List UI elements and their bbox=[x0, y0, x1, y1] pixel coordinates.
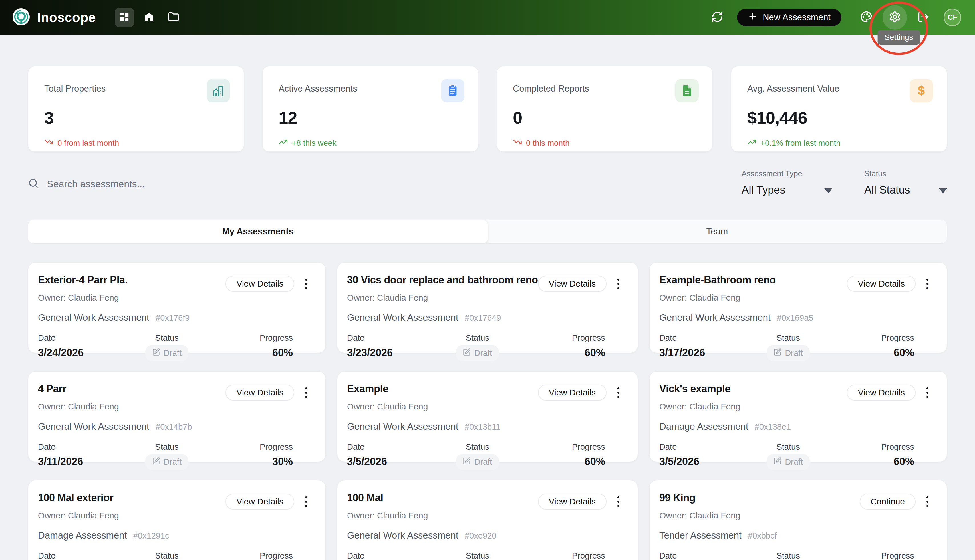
stat-card: Total Properties 3 0 from last month bbox=[28, 66, 244, 152]
more-options-button[interactable] bbox=[925, 495, 930, 509]
refresh-icon bbox=[711, 11, 723, 24]
user-avatar[interactable]: CF bbox=[943, 8, 961, 26]
view-details-button[interactable]: View Details bbox=[538, 276, 607, 292]
date-label: Date bbox=[347, 442, 436, 452]
assessment-id: #0x14b7b bbox=[156, 422, 192, 432]
assessment-id: #0xe920 bbox=[465, 531, 496, 541]
refresh-button[interactable] bbox=[705, 5, 729, 30]
view-details-button[interactable]: View Details bbox=[538, 385, 607, 401]
assessment-type: Damage Assessment bbox=[659, 421, 748, 432]
new-assessment-button[interactable]: New Assessment bbox=[737, 9, 841, 26]
date-label: Date bbox=[659, 551, 747, 560]
progress-value: 60% bbox=[520, 456, 605, 468]
more-options-button[interactable] bbox=[303, 277, 309, 291]
progress-label: Progress bbox=[830, 333, 914, 343]
continue-button[interactable]: Continue bbox=[860, 493, 916, 510]
status-select[interactable]: Status All Status bbox=[864, 169, 947, 196]
tab-team[interactable]: Team bbox=[487, 220, 947, 243]
trend-icon bbox=[44, 137, 54, 148]
status-label: Status bbox=[436, 333, 520, 343]
view-details-button[interactable]: View Details bbox=[226, 276, 294, 292]
assessment-title: Example bbox=[347, 383, 428, 395]
assessment-owner: Owner: Claudia Feng bbox=[38, 511, 119, 520]
assessment-card: 100 Mal exterior Owner: Claudia Feng Vie… bbox=[28, 480, 326, 560]
palette-icon bbox=[860, 11, 872, 24]
assessment-type: Tender Assessment bbox=[659, 530, 741, 541]
dashboard-nav-button[interactable] bbox=[115, 8, 134, 27]
theme-button[interactable] bbox=[854, 5, 878, 30]
view-details-button[interactable]: View Details bbox=[847, 385, 916, 401]
assessment-owner: Owner: Claudia Feng bbox=[347, 402, 428, 412]
more-options-button[interactable] bbox=[925, 277, 930, 291]
brand-logo[interactable]: Inoscope bbox=[12, 8, 96, 27]
view-details-button[interactable]: View Details bbox=[538, 493, 607, 510]
assessment-card: Vick's example Owner: Claudia Feng View … bbox=[649, 371, 947, 462]
inoscope-logo-icon bbox=[12, 8, 30, 27]
assessment-title: Exterior-4 Parr Pla. bbox=[38, 274, 127, 286]
more-options-button[interactable] bbox=[303, 495, 309, 509]
assessment-card: Example-Bathroom reno Owner: Claudia Fen… bbox=[649, 262, 947, 353]
projects-nav-button[interactable] bbox=[164, 8, 183, 27]
assessment-id: #0x13b11 bbox=[465, 422, 500, 432]
view-details-button[interactable]: View Details bbox=[226, 493, 294, 510]
logout-button[interactable] bbox=[911, 5, 936, 30]
assessment-owner: Owner: Claudia Feng bbox=[38, 402, 119, 412]
stat-card: Avg. Assessment Value $10,446 +0.1% from… bbox=[731, 66, 947, 152]
assessment-title: 100 Mal exterior bbox=[38, 492, 119, 504]
home-icon bbox=[143, 11, 155, 23]
more-options-button[interactable] bbox=[615, 495, 621, 509]
assessment-id: #0x176f9 bbox=[156, 313, 189, 323]
date-label: Date bbox=[38, 333, 125, 343]
status-label: Status bbox=[436, 442, 520, 452]
status-label: Status bbox=[125, 442, 208, 452]
assessment-id: #0x169a5 bbox=[777, 313, 813, 323]
assessment-type-select[interactable]: Assessment Type All Types bbox=[741, 169, 832, 196]
date-value: 3/17/2026 bbox=[659, 347, 747, 359]
progress-value: 60% bbox=[208, 347, 293, 359]
status-label: Status bbox=[747, 333, 830, 343]
assessment-owner: Owner: Claudia Feng bbox=[659, 293, 776, 303]
date-value: 3/11/2026 bbox=[38, 456, 125, 468]
assessment-type: General Work Assessment bbox=[38, 421, 149, 432]
date-value: 3/5/2026 bbox=[659, 456, 747, 468]
date-label: Date bbox=[38, 442, 125, 452]
more-options-button[interactable] bbox=[303, 386, 309, 400]
file-icon-tile bbox=[675, 79, 699, 102]
stat-value: $10,446 bbox=[747, 108, 931, 128]
more-options-button[interactable] bbox=[615, 277, 621, 291]
date-label: Date bbox=[38, 551, 125, 560]
stat-trend-text: +0.1% from last month bbox=[760, 138, 841, 148]
assessment-type: Damage Assessment bbox=[38, 530, 127, 541]
status-text: Draft bbox=[164, 457, 182, 467]
progress-value: 60% bbox=[830, 456, 914, 468]
settings-button[interactable] bbox=[883, 5, 907, 30]
status-label: Status bbox=[747, 551, 830, 560]
chevron-down-icon bbox=[939, 188, 947, 193]
more-options-button[interactable] bbox=[925, 386, 930, 400]
assessment-title: 99 King bbox=[659, 492, 740, 504]
assessment-owner: Owner: Claudia Feng bbox=[659, 402, 740, 412]
trend-icon bbox=[747, 137, 756, 148]
brand-name: Inoscope bbox=[37, 10, 96, 25]
new-assessment-label: New Assessment bbox=[763, 12, 831, 23]
pencil-square-icon bbox=[773, 457, 781, 467]
tab-my-assessments[interactable]: My Assessments bbox=[28, 220, 487, 243]
assessment-title: 30 Vics door replace and bathroom reno bbox=[347, 274, 538, 286]
view-details-button[interactable]: View Details bbox=[847, 276, 916, 292]
view-details-button[interactable]: View Details bbox=[226, 385, 294, 401]
pencil-square-icon bbox=[463, 457, 471, 467]
navbar-actions: New Assessment bbox=[705, 5, 961, 30]
more-options-button[interactable] bbox=[615, 386, 621, 400]
assessment-card: Example Owner: Claudia Feng View Details… bbox=[337, 371, 638, 462]
home-nav-button[interactable] bbox=[139, 8, 159, 27]
settings-tooltip: Settings bbox=[877, 30, 920, 45]
status-text: Draft bbox=[785, 348, 803, 358]
assessment-title: Example-Bathroom reno bbox=[659, 274, 776, 286]
status-badge: Draft bbox=[767, 454, 810, 470]
assessment-title: 4 Parr bbox=[38, 383, 119, 395]
search-input[interactable] bbox=[47, 178, 304, 190]
date-label: Date bbox=[659, 333, 747, 343]
status-badge: Draft bbox=[145, 454, 188, 470]
stat-value: 12 bbox=[279, 108, 462, 128]
assessment-owner: Owner: Claudia Feng bbox=[659, 511, 740, 520]
